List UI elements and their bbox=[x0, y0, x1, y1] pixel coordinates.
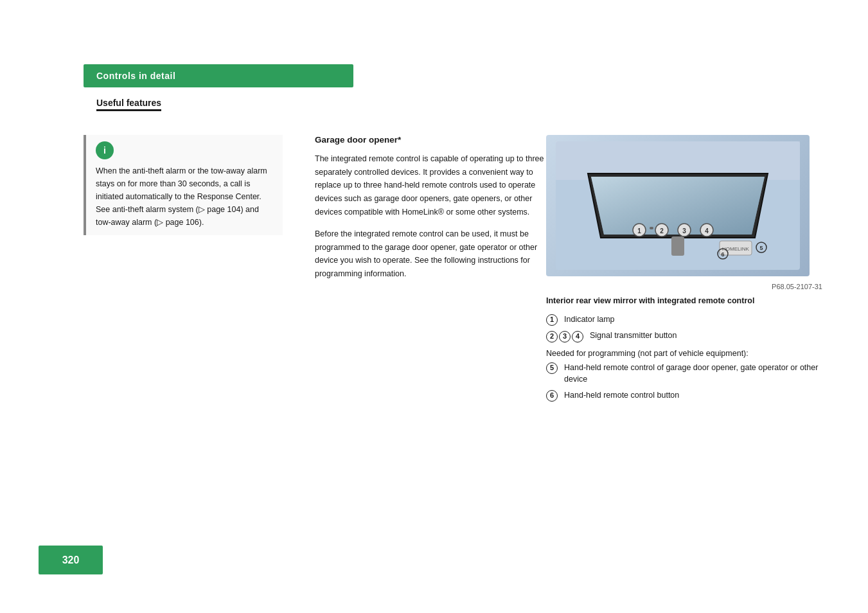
svg-marker-4 bbox=[591, 177, 765, 235]
mirror-svg: 1 2 3 4 HOMELINK 6 5 bbox=[556, 141, 800, 270]
svg-text:5: 5 bbox=[759, 245, 763, 251]
item-number-5: 5 bbox=[546, 362, 558, 374]
header-banner-title: Controls in detail bbox=[96, 71, 175, 81]
page-container: Controls in detail Useful features i Whe… bbox=[0, 0, 868, 613]
item-desc-5: Hand-held remote control of garage door … bbox=[564, 362, 822, 386]
mirror-items-list: 1 Indicator lamp 2 3 4 Signal transmitte… bbox=[546, 314, 822, 342]
garage-paragraph-2: Before the integrated remote control can… bbox=[315, 227, 553, 281]
svg-text:HOMELINK: HOMELINK bbox=[722, 246, 749, 252]
item-number-3: 3 bbox=[559, 331, 571, 342]
list-item: 6 Hand-held remote control button bbox=[546, 389, 822, 402]
svg-text:4: 4 bbox=[705, 227, 709, 235]
svg-text:1: 1 bbox=[637, 227, 641, 235]
right-panel: 1 2 3 4 HOMELINK 6 5 bbox=[546, 135, 822, 405]
extra-items-list: 5 Hand-held remote control of garage doo… bbox=[546, 362, 822, 402]
item-numbers-group-234: 2 3 4 bbox=[546, 330, 583, 342]
list-item: 2 3 4 Signal transmitter button bbox=[546, 330, 822, 342]
needed-label: Needed for programming (not part of vehi… bbox=[546, 349, 822, 358]
garage-paragraph-1: The integrated remote control is capable… bbox=[315, 152, 553, 218]
item-desc-6: Hand-held remote control button bbox=[564, 389, 679, 402]
svg-text:2: 2 bbox=[660, 227, 664, 235]
page-number-box: 320 bbox=[39, 546, 103, 574]
info-icon: i bbox=[96, 141, 114, 159]
info-box: i When the anti-theft alarm or the tow-a… bbox=[84, 135, 283, 235]
svg-point-21 bbox=[651, 227, 653, 229]
item-desc-1: Indicator lamp bbox=[564, 314, 615, 326]
mirror-label: Interior rear view mirror with integrate… bbox=[546, 296, 822, 307]
list-item: 1 Indicator lamp bbox=[546, 314, 822, 326]
item-number-6: 6 bbox=[546, 390, 558, 402]
page-number: 320 bbox=[62, 555, 80, 566]
header-banner: Controls in detail bbox=[84, 64, 353, 87]
svg-text:3: 3 bbox=[682, 227, 686, 235]
svg-text:6: 6 bbox=[721, 251, 724, 258]
item-number-1: 1 bbox=[546, 314, 558, 326]
list-item: 5 Hand-held remote control of garage doo… bbox=[546, 362, 822, 386]
item-desc-234: Signal transmitter button bbox=[590, 330, 677, 342]
info-text: When the anti-theft alarm or the tow-awa… bbox=[96, 164, 273, 229]
item-number-4: 4 bbox=[572, 331, 583, 342]
svg-rect-5 bbox=[671, 236, 684, 256]
mirror-image: 1 2 3 4 HOMELINK 6 5 bbox=[546, 135, 810, 276]
item-number-2: 2 bbox=[546, 331, 558, 342]
image-caption: P68.05-2107-31 bbox=[546, 283, 822, 290]
section-subtitle: Useful features bbox=[96, 98, 161, 111]
